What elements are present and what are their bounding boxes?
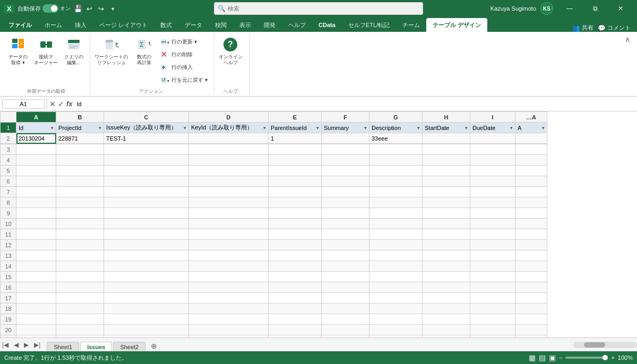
col-header-D[interactable]: D: [189, 112, 269, 123]
table-header-E[interactable]: ParentIssueId ▾: [269, 123, 322, 133]
cell-D10[interactable]: [189, 219, 269, 229]
filter-arrow-F[interactable]: ▾: [364, 125, 367, 131]
cell-A5[interactable]: [16, 166, 56, 176]
cell-J8[interactable]: [515, 197, 547, 208]
tab-help[interactable]: ヘルプ: [282, 18, 312, 32]
cell-B20[interactable]: [56, 325, 104, 335]
cell-A13[interactable]: [16, 250, 56, 261]
cell-B7[interactable]: [56, 187, 104, 197]
cell-F15[interactable]: [322, 272, 369, 282]
cell-H10[interactable]: [423, 219, 470, 229]
cell-B9[interactable]: [56, 208, 104, 219]
filter-arrow-A[interactable]: ▾: [51, 125, 54, 131]
zoom-minus-button[interactable]: −: [559, 354, 562, 361]
table-header-G[interactable]: Description ▾: [369, 123, 423, 133]
zoom-plus-button[interactable]: +: [611, 354, 614, 361]
cell-A16[interactable]: [16, 282, 56, 293]
cell-B3[interactable]: [56, 144, 104, 155]
cell-J14[interactable]: [515, 261, 547, 272]
cell-G15[interactable]: [369, 272, 423, 282]
sheet-nav-next[interactable]: ▶: [22, 340, 31, 350]
tab-team[interactable]: チーム: [396, 18, 426, 32]
cell-C14[interactable]: [104, 261, 189, 272]
cell-B5[interactable]: [56, 166, 104, 176]
cell-D13[interactable]: [189, 250, 269, 261]
cell-J9[interactable]: [515, 208, 547, 219]
row-header-3[interactable]: 3: [1, 144, 16, 155]
tab-pagelayout[interactable]: ページ レイアウト: [93, 18, 154, 32]
cell-H7[interactable]: [423, 187, 470, 197]
cell-J6[interactable]: [515, 176, 547, 187]
cell-I10[interactable]: [470, 219, 515, 229]
cell-G12[interactable]: [369, 240, 423, 250]
cell-E19[interactable]: [269, 314, 322, 325]
cell-B12[interactable]: [56, 240, 104, 250]
row-header-16[interactable]: 16: [1, 282, 16, 293]
cell-H19[interactable]: [423, 314, 470, 325]
cell-A4[interactable]: [16, 155, 56, 166]
table-header-F[interactable]: Summary ▾: [322, 123, 369, 133]
tab-view[interactable]: 表示: [233, 18, 257, 32]
cell-C21[interactable]: [104, 335, 189, 338]
cell-H3[interactable]: [423, 144, 470, 155]
tab-file[interactable]: ファイル: [2, 18, 38, 32]
cell-J2[interactable]: [515, 133, 547, 144]
cell-D9[interactable]: [189, 208, 269, 219]
table-header-J[interactable]: A ▾: [515, 123, 547, 133]
cell-H5[interactable]: [423, 166, 470, 176]
data-get-button[interactable]: ▾ データの取得 ▾: [6, 35, 30, 67]
col-header-B[interactable]: B: [56, 112, 104, 123]
cell-G16[interactable]: [369, 282, 423, 293]
cell-F5[interactable]: [322, 166, 369, 176]
row-header-13[interactable]: 13: [1, 250, 16, 261]
cell-F2[interactable]: [322, 133, 369, 144]
tab-data[interactable]: データ: [178, 18, 209, 32]
cell-F17[interactable]: [322, 293, 369, 304]
cell-A17[interactable]: [16, 293, 56, 304]
cell-J5[interactable]: [515, 166, 547, 176]
cell-B2[interactable]: 228871: [56, 133, 104, 144]
tab-insert[interactable]: 挿入: [68, 18, 93, 32]
restore-button[interactable]: ⧉: [583, 0, 607, 17]
cell-F13[interactable]: [322, 250, 369, 261]
row-header-10[interactable]: 10: [1, 219, 16, 229]
col-header-A[interactable]: A: [16, 112, 56, 123]
cell-B15[interactable]: [56, 272, 104, 282]
search-input[interactable]: [228, 5, 276, 12]
cell-D16[interactable]: [189, 282, 269, 293]
cell-C8[interactable]: [104, 197, 189, 208]
cell-J7[interactable]: [515, 187, 547, 197]
cell-J11[interactable]: [515, 229, 547, 240]
zoom-slider[interactable]: [565, 357, 608, 359]
cell-E21[interactable]: [269, 335, 322, 338]
cell-D8[interactable]: [189, 197, 269, 208]
close-button[interactable]: ✕: [608, 0, 633, 17]
cell-J12[interactable]: [515, 240, 547, 250]
cell-J17[interactable]: [515, 293, 547, 304]
cell-E7[interactable]: [269, 187, 322, 197]
cell-G3[interactable]: [369, 144, 423, 155]
cell-D18[interactable]: [189, 304, 269, 314]
cell-A18[interactable]: [16, 304, 56, 314]
cell-C6[interactable]: [104, 176, 189, 187]
cell-E5[interactable]: [269, 166, 322, 176]
cell-A2[interactable]: 20130204: [16, 133, 56, 144]
cell-C2[interactable]: TEST-1: [104, 133, 189, 144]
cell-D7[interactable]: [189, 187, 269, 197]
cell-B19[interactable]: [56, 314, 104, 325]
cell-G4[interactable]: [369, 155, 423, 166]
cell-B4[interactable]: [56, 155, 104, 166]
row-header-11[interactable]: 11: [1, 229, 16, 240]
cell-H8[interactable]: [423, 197, 470, 208]
cell-J3[interactable]: [515, 144, 547, 155]
row-delete-button[interactable]: 行の削除: [158, 49, 210, 60]
cell-G11[interactable]: [369, 229, 423, 240]
cell-I2[interactable]: [470, 133, 515, 144]
filter-arrow-H[interactable]: ▾: [465, 125, 468, 131]
cell-A20[interactable]: [16, 325, 56, 335]
cell-G17[interactable]: [369, 293, 423, 304]
cell-C13[interactable]: [104, 250, 189, 261]
cell-E9[interactable]: [269, 208, 322, 219]
table-header-D[interactable]: KeyId（読み取り専用） ▾: [189, 123, 269, 133]
minimize-button[interactable]: —: [557, 0, 582, 17]
